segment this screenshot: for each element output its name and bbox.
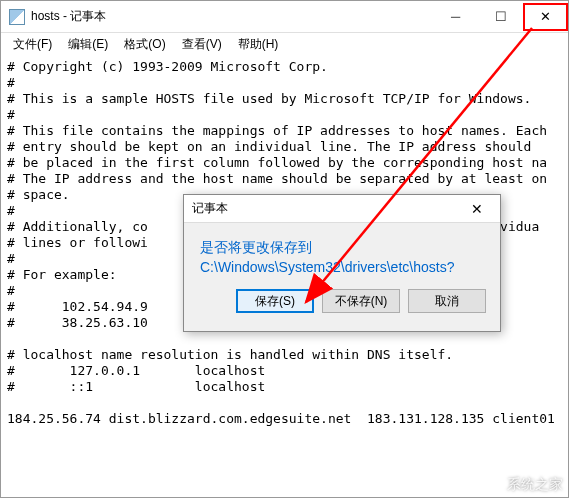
dialog-message: 是否将更改保存到 C:\Windows\System32\drivers\etc… (184, 223, 500, 277)
dialog-button-row: 保存(S) 不保存(N) 取消 (184, 277, 500, 325)
cancel-button[interactable]: 取消 (408, 289, 486, 313)
dialog-close-button[interactable]: ✕ (462, 201, 492, 217)
watermark-icon (481, 476, 503, 494)
titlebar[interactable]: hosts - 记事本 ─ ☐ ✕ (1, 1, 568, 33)
maximize-button[interactable]: ☐ (478, 3, 523, 31)
dialog-message-line1: 是否将更改保存到 (200, 237, 484, 257)
app-icon (9, 9, 25, 25)
window-controls: ─ ☐ ✕ (433, 3, 568, 31)
window-title: hosts - 记事本 (25, 8, 433, 25)
menu-edit[interactable]: 编辑(E) (60, 34, 116, 55)
save-dialog: 记事本 ✕ 是否将更改保存到 C:\Windows\System32\drive… (183, 194, 501, 332)
menu-file[interactable]: 文件(F) (5, 34, 60, 55)
dont-save-button[interactable]: 不保存(N) (322, 289, 400, 313)
menu-format[interactable]: 格式(O) (116, 34, 173, 55)
minimize-button[interactable]: ─ (433, 3, 478, 31)
menu-view[interactable]: 查看(V) (174, 34, 230, 55)
dialog-message-line2: C:\Windows\System32\drivers\etc\hosts? (200, 257, 484, 277)
watermark-text: 系统之家 (507, 476, 563, 492)
save-button[interactable]: 保存(S) (236, 289, 314, 313)
dialog-title: 记事本 (192, 200, 462, 217)
watermark: 系统之家 (481, 476, 563, 494)
menubar: 文件(F) 编辑(E) 格式(O) 查看(V) 帮助(H) (1, 33, 568, 55)
menu-help[interactable]: 帮助(H) (230, 34, 287, 55)
dialog-titlebar[interactable]: 记事本 ✕ (184, 195, 500, 223)
close-button[interactable]: ✕ (523, 3, 568, 31)
